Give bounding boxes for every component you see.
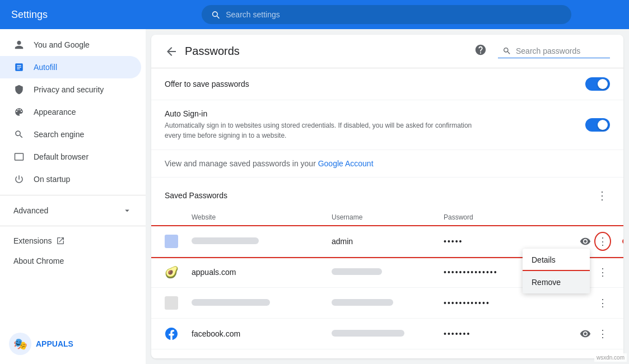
sidebar-item-search-engine[interactable]: Search engine (0, 123, 141, 146)
password-4: ••••••• (444, 329, 565, 338)
person-icon (13, 39, 25, 50)
appuals-text: APPUALS (36, 339, 73, 348)
sidebar-item-extensions[interactable]: Extensions (0, 231, 146, 251)
sidebar-item-you-and-google[interactable]: You and Google (0, 34, 141, 56)
password-1: ••••• (444, 237, 565, 246)
offer-save-passwords-row: Offer to save passwords (151, 68, 623, 100)
sidebar-label-default-browser: Default browser (34, 152, 128, 161)
dropdown-details[interactable]: Details (523, 249, 590, 271)
col-favicon (165, 213, 192, 221)
passwords-title: Passwords (185, 45, 468, 58)
back-button[interactable] (165, 45, 178, 58)
extensions-label: Extensions (13, 236, 52, 245)
blurred-username-4 (332, 330, 404, 337)
password-row-4: facebook.com ••••••• ⋮ (151, 319, 623, 349)
sidebar-label-appearance: Appearance (34, 108, 128, 116)
startup-icon (13, 174, 25, 185)
username-4 (332, 329, 444, 339)
app-title: Settings (11, 9, 202, 21)
more-button-3[interactable]: ⋮ (595, 295, 610, 311)
main-layout: You and Google Autofill Privacy and secu… (0, 29, 629, 364)
offer-save-title: Offer to save passwords (165, 80, 576, 88)
more-button-4[interactable]: ⋮ (595, 325, 610, 342)
username-3 (332, 298, 444, 308)
sidebar-item-appearance[interactable]: Appearance (0, 101, 141, 123)
search-passwords-input[interactable] (516, 46, 605, 55)
search-passwords-container[interactable] (498, 44, 610, 58)
shield-icon (13, 84, 25, 95)
auto-signin-desc: Automatically sign in to websites using … (165, 120, 473, 141)
search-icon (211, 10, 220, 20)
favicon-4 (165, 327, 178, 340)
site-3 (192, 298, 332, 308)
sidebar-label-autofill: Autofill (34, 63, 128, 72)
top-bar: Settings (0, 0, 629, 29)
password-dropdown-menu: Details Remove (523, 249, 590, 293)
passwords-table-header: Website Username Password (151, 209, 623, 226)
dropdown-remove[interactable]: Remove (523, 271, 590, 293)
advanced-label: Advanced (13, 206, 48, 215)
offer-save-toggle[interactable] (585, 77, 610, 91)
settings-search-bar[interactable] (202, 5, 571, 24)
appuals-logo: 🎭 (9, 333, 31, 355)
sidebar-logo-area: 🎭 APPUALS (0, 328, 146, 360)
chevron-down-icon (122, 206, 132, 216)
saved-passwords-menu-btn[interactable]: ⋮ (594, 186, 610, 204)
eye-button-1[interactable] (577, 234, 593, 249)
sidebar-divider-2 (0, 226, 146, 226)
sidebar-label-on-startup: On startup (34, 175, 128, 184)
sidebar-label-you-and-google: You and Google (34, 40, 128, 49)
content-area: Passwords Offer to save passwords Auto S… (151, 35, 623, 358)
saved-passwords-title: Saved Passwords (165, 191, 227, 200)
auto-signin-toggle[interactable] (585, 118, 610, 132)
auto-signin-title: Auto Sign-in (165, 109, 576, 118)
watermark: wsxdn.com (594, 353, 627, 362)
sidebar-item-default-browser[interactable]: Default browser (0, 146, 141, 168)
username-2 (332, 267, 444, 277)
blurred-username-3 (332, 299, 393, 306)
favicon-2: 🥑 (165, 265, 178, 279)
blurred-site-1 (192, 237, 259, 244)
eye-button-4[interactable] (577, 326, 593, 342)
username-1: admin (332, 237, 444, 246)
external-link-icon (56, 236, 65, 245)
col-username: Username (332, 213, 444, 221)
appearance-icon (13, 106, 25, 118)
col-actions (565, 213, 610, 221)
sidebar-item-advanced[interactable]: Advanced (0, 200, 146, 221)
passwords-header: Passwords (151, 35, 623, 68)
search-engine-icon (13, 129, 25, 140)
col-password: Password (444, 213, 565, 221)
sidebar-item-about-chrome[interactable]: About Chrome (0, 251, 141, 271)
more-button-1[interactable]: ⋮ (595, 233, 610, 250)
password-row-1: admin ••••• ⋮ Details Remove (151, 226, 623, 257)
sidebar-divider-1 (0, 195, 146, 195)
auto-signin-row: Auto Sign-in Automatically sign in to we… (151, 100, 623, 150)
site-4: facebook.com (192, 329, 332, 338)
row-actions-3: ⋮ (565, 295, 610, 311)
sidebar-label-about-chrome: About Chrome (13, 256, 128, 265)
more-button-2[interactable]: ⋮ (595, 264, 610, 281)
saved-passwords-section-header: Saved Passwords ⋮ (151, 178, 623, 209)
help-icon[interactable] (474, 44, 487, 59)
sidebar-label-search-engine: Search engine (34, 130, 128, 139)
google-account-text: View and manage saved passwords in your (165, 159, 318, 168)
favicon-1 (165, 235, 178, 248)
red-indicator (622, 239, 623, 244)
blurred-username-2 (332, 268, 382, 275)
password-3: •••••••••••• (444, 298, 565, 307)
google-account-link[interactable]: Google Account (318, 159, 374, 168)
search-passwords-icon (502, 46, 511, 55)
favicon-3 (165, 296, 178, 310)
sidebar-item-on-startup[interactable]: On startup (0, 168, 141, 190)
blurred-site-3 (192, 299, 270, 306)
sidebar: You and Google Autofill Privacy and secu… (0, 29, 146, 364)
col-website: Website (192, 213, 332, 221)
autofill-icon (13, 62, 25, 73)
row-actions-4: ⋮ (565, 325, 610, 342)
sidebar-item-autofill[interactable]: Autofill (0, 56, 141, 78)
site-2: appuals.com (192, 268, 332, 277)
sidebar-item-privacy-security[interactable]: Privacy and security (0, 78, 141, 101)
settings-search-input[interactable] (226, 10, 562, 19)
google-account-row: View and manage saved passwords in your … (151, 150, 623, 178)
